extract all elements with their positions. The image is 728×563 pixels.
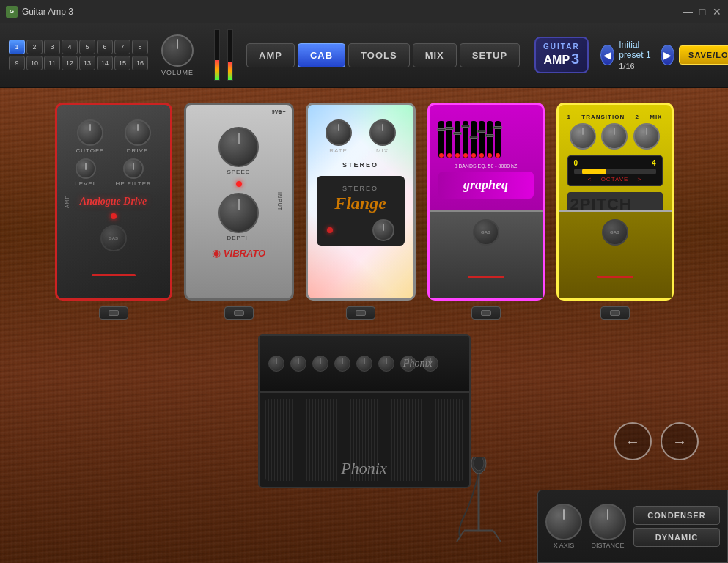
flange-small-knob[interactable] — [372, 219, 394, 241]
close-button[interactable]: ✕ — [712, 7, 722, 17]
pitch-lower: GAS — [559, 210, 672, 298]
volume-knob[interactable] — [161, 34, 194, 67]
amp-knob-5[interactable] — [356, 356, 372, 372]
preset-btn-10[interactable]: 10 — [26, 56, 43, 70]
preset-btn-7[interactable]: 7 — [114, 40, 130, 54]
grapheq-guitar-logo-area: GAS — [430, 212, 543, 253]
preset-btn-8[interactable]: 8 — [132, 40, 148, 54]
eq-track-6[interactable] — [479, 121, 485, 158]
preset-btn-1[interactable]: 1 — [9, 40, 25, 54]
amp-button[interactable]: AMP — [246, 43, 295, 67]
cutoff-knob[interactable] — [77, 119, 103, 146]
grapheq-bypass-switch[interactable] — [471, 306, 501, 320]
flange-mix-knob[interactable] — [369, 119, 396, 146]
x-axis-knob[interactable] — [545, 504, 582, 540]
dynamic-button[interactable]: DYNAMIC — [633, 528, 720, 547]
drive-knob[interactable] — [125, 119, 151, 146]
eq-bar-6 — [479, 121, 485, 158]
amp-knob-2[interactable] — [290, 356, 306, 372]
preset-btn-3[interactable]: 3 — [44, 40, 60, 54]
eq-handle-7[interactable] — [485, 134, 494, 137]
cab-button[interactable]: CAB — [298, 43, 345, 67]
flange-bypass-switch[interactable] — [346, 306, 375, 320]
eq-handle-8[interactable] — [493, 126, 502, 129]
analogue-bypass-switch[interactable] — [99, 306, 128, 320]
eq-handle-3[interactable] — [453, 132, 462, 135]
eq-handle-1[interactable] — [437, 128, 446, 131]
grapheq-eq-area: 8 BANDS EQ. 50 - 8000 hZ — [438, 114, 534, 169]
amp-knob-6[interactable] — [378, 356, 394, 372]
pitch-knob-3[interactable] — [633, 123, 660, 150]
pitch-knob-1[interactable] — [570, 123, 596, 150]
preset-btn-6[interactable]: 6 — [97, 40, 113, 54]
level-fill-left — [215, 60, 219, 80]
speed-knob[interactable] — [218, 127, 259, 167]
preset-btn-16[interactable]: 16 — [132, 56, 148, 70]
preset-btn-13[interactable]: 13 — [79, 56, 95, 70]
pitch-mix-label: MIX — [650, 114, 662, 120]
level-knob-group: LEVEL — [75, 158, 97, 187]
vibrato-bypass-switch[interactable] — [224, 306, 254, 320]
eq-track-3[interactable] — [455, 121, 460, 158]
pedals-row: AMP CUTOFF DRIVE LEVEL — [0, 88, 728, 327]
pedal-next-button[interactable]: → — [661, 422, 699, 460]
minimize-button[interactable]: — — [683, 7, 693, 17]
preset-btn-14[interactable]: 14 — [97, 56, 113, 70]
setup-button[interactable]: SETUP — [460, 43, 520, 67]
tools-button[interactable]: TOOLS — [348, 43, 410, 67]
eq-track-1[interactable] — [438, 121, 444, 158]
logo-num-text: 3 — [571, 51, 579, 67]
distance-knob[interactable] — [589, 504, 626, 540]
eq-track-5[interactable] — [471, 121, 477, 158]
eq-track-8[interactable] — [495, 121, 501, 158]
preset-btn-15[interactable]: 15 — [114, 56, 130, 70]
amp-knob-1[interactable] — [268, 356, 284, 372]
eq-track-7[interactable] — [487, 121, 493, 158]
preset-btn-9[interactable]: 9 — [9, 56, 25, 70]
flange-bottom-controls — [320, 219, 402, 241]
preset-btn-4[interactable]: 4 — [62, 40, 78, 54]
eq-handle-2[interactable] — [445, 127, 454, 130]
preset-next-button[interactable]: ▶ — [661, 45, 675, 65]
bypass-inner-pitch — [610, 310, 620, 316]
mic-type-buttons: CONDENSER DYNAMIC — [633, 506, 720, 547]
preset-prev-button[interactable]: ◀ — [600, 45, 615, 65]
preset-btn-11[interactable]: 11 — [44, 56, 60, 70]
condenser-button[interactable]: CONDENSER — [633, 506, 720, 525]
pitch-octave-bar[interactable] — [574, 169, 656, 174]
eq-bar-7 — [487, 121, 493, 158]
eq-track-4[interactable] — [463, 121, 468, 158]
pitch-bypass-switch[interactable] — [600, 306, 630, 320]
pitch-transition-label: TRANSITION — [581, 114, 625, 120]
eq-handle-6[interactable] — [477, 130, 486, 133]
pitch-knob-2[interactable] — [601, 123, 628, 150]
mix-button[interactable]: MIX — [413, 43, 457, 67]
eq-bars — [438, 114, 534, 158]
level-knob[interactable] — [76, 158, 96, 179]
amp-head: Phonix — [258, 334, 471, 393]
preset-btn-2[interactable]: 2 — [26, 40, 43, 54]
eq-dot-7 — [488, 153, 492, 158]
amp-knob-4[interactable] — [334, 356, 350, 372]
logo-area: GUITAR AMP 3 — [534, 37, 589, 73]
pedal-analogue-drive: AMP CUTOFF DRIVE LEVEL — [55, 103, 172, 320]
pedal-prev-button[interactable]: ← — [614, 422, 652, 460]
preset-btn-12[interactable]: 12 — [62, 56, 78, 70]
eq-handle-4[interactable] — [461, 125, 470, 128]
depth-knob[interactable] — [218, 193, 259, 233]
preset-btn-5[interactable]: 5 — [79, 40, 95, 54]
maximize-button[interactable]: □ — [697, 7, 707, 17]
knob-indicator — [177, 39, 178, 49]
eq-handle-5[interactable] — [469, 136, 478, 139]
analogue-name-badge: Analogue Drive — [80, 196, 147, 207]
flange-word-area: STEREO Flange — [320, 180, 402, 213]
amp-knob-3[interactable] — [312, 356, 328, 372]
hp-filter-knob[interactable] — [123, 158, 144, 179]
bypass-inner-flange — [356, 310, 366, 316]
eq-track-2[interactable] — [446, 121, 452, 158]
rate-knob[interactable] — [326, 119, 352, 146]
grapheq-guitar-logo: GAS — [473, 219, 499, 246]
eq-bar-5 — [471, 121, 477, 158]
flange-mix-knob-group: MIX — [369, 119, 396, 154]
save-load-button[interactable]: SAVE/LOAD — [679, 45, 728, 65]
